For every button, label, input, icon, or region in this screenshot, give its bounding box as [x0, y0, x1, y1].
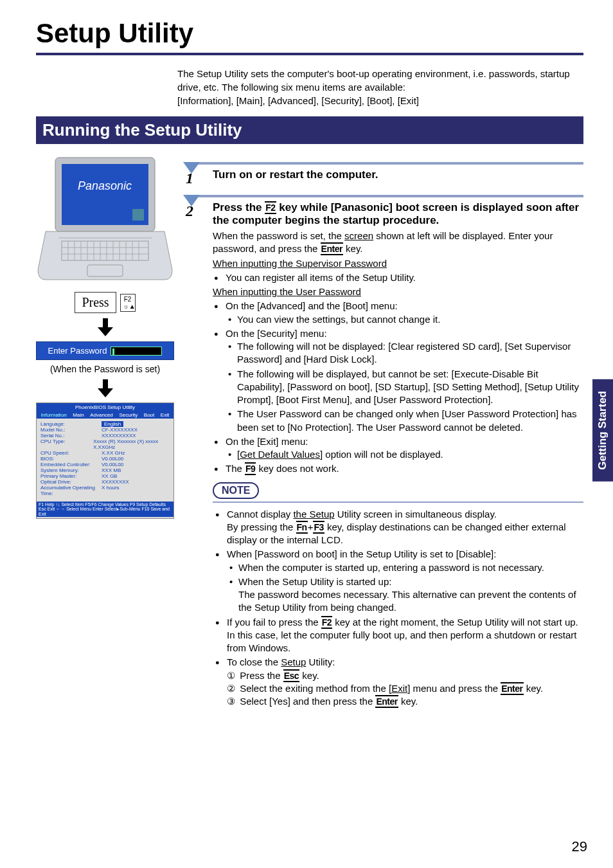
section-header: Running the Setup Utility [36, 116, 583, 144]
text: key. [398, 696, 418, 707]
keycap-f2: F2 [265, 201, 276, 214]
text: ] option will not be displayed. [320, 449, 443, 460]
step-number: 1 [186, 170, 193, 186]
key-top: F2 [123, 296, 132, 303]
bios-row: Accumulative Operating Time:X hours [40, 485, 170, 496]
text: To close the [227, 656, 281, 667]
list-item: When the computer is started up, enterin… [237, 561, 583, 574]
text: key. [343, 243, 363, 254]
body-text: When the password is set, the screen sho… [213, 230, 583, 256]
text: Press the [240, 670, 283, 681]
bios-row: Serial No.:XXXXXXXXXX [40, 433, 170, 439]
page-number: 29 [572, 838, 587, 855]
enter-password-prompt: Enter Password [36, 341, 174, 360]
bios-tab: Exit [161, 412, 169, 418]
list-item: When [Password on boot] in the Setup Uti… [227, 548, 583, 614]
bios-body: Language:EnglishModel No.:CF-XXXXXXXXSer… [37, 419, 173, 499]
text: Select the exiting method from the [240, 683, 389, 694]
bios-row: BIOS:V0.00L00 [40, 456, 170, 462]
bios-row: Optical Drive:XXXXXXXX [40, 479, 170, 485]
link-text: the Setup [293, 509, 334, 520]
user-header: When inputting the User Password [213, 286, 361, 297]
link-text: Get Default Values [240, 449, 320, 460]
step-marker: 1 [186, 168, 204, 186]
text: The password becomes necessary. This alt… [238, 589, 576, 613]
keycap-esc: Esc [283, 669, 299, 682]
list-item: On the [Security] menu: The following wi… [226, 327, 583, 434]
laptop-illustration: Panasonic [36, 154, 174, 283]
list-item: When the Setup Utility is started up:The… [237, 575, 583, 615]
text: On the [Exit] menu: [226, 436, 308, 447]
link-text: [Exit] [389, 683, 410, 694]
text: Select [Yes] and then press the [240, 696, 375, 707]
key-bottom: ☼▲ [123, 303, 132, 310]
list-item: [Get Default Values] option will not be … [236, 448, 583, 461]
steps-column: 1 Turn on or restart the computer. 2 Pre… [186, 154, 583, 714]
step-number: 2 [186, 203, 193, 219]
text: Utility screen in simultaneous display. [335, 509, 497, 520]
intro-line1: The Setup Utility sets the computer's bo… [177, 67, 583, 94]
title-rule [36, 53, 583, 55]
password-caption: (When the Password is set) [36, 364, 174, 374]
keycap-f3: F3 [313, 521, 324, 534]
list-item: The following will not be displayed: [Cl… [236, 340, 583, 366]
text: Cannot display [227, 509, 293, 520]
press-label: Press [75, 292, 116, 313]
link-text: Setup [281, 656, 306, 667]
note-rule [213, 502, 583, 503]
keycap-enter: Enter [501, 682, 523, 695]
list-item: To close the Setup Utility: ① Press the … [227, 656, 583, 708]
enum-icon: ② [227, 682, 237, 695]
text: When [Password on boot] in the Setup Uti… [227, 548, 496, 559]
text: menu and press the [410, 683, 501, 694]
keycap-fn: Fn [296, 521, 308, 534]
list-item: On the [Exit] menu: [Get Default Values]… [226, 435, 583, 462]
keycap-enter: Enter [321, 242, 343, 255]
keycap-f2: F2 [321, 616, 332, 629]
bios-tabs: Information Main Advanced Security Boot … [37, 411, 173, 419]
text: On the [Advanced] and the [Boot] menu: [226, 300, 398, 311]
bios-footer-left: F1 Help ↑↓ Select Item F5/F6 Change Valu… [39, 502, 172, 507]
list-item: The following will be displayed, but can… [236, 368, 583, 407]
bios-footer-right: Esc Exit ←→ Select Menu Enter Select▸Sub… [39, 507, 172, 516]
svg-text:Panasonic: Panasonic [78, 179, 132, 192]
list-item: On the [Advanced] and the [Boot] menu: Y… [226, 300, 583, 326]
text: If you fail to press the [227, 617, 321, 628]
text: Press the [213, 201, 265, 213]
text: key. [524, 683, 544, 694]
enter-password-label: Enter Password [48, 346, 107, 356]
list-item: The F9 key does not work. [226, 462, 583, 475]
step-rule [186, 195, 583, 197]
step-marker: 2 [186, 201, 204, 709]
step-text: Turn on or restart the computer. [213, 168, 583, 186]
text: The [226, 463, 245, 474]
bios-row: CPU Speed:X.XX GHz [40, 450, 170, 456]
press-key-hint: Press F2 ☼▲ [36, 292, 174, 313]
page-title: Setup Utility [36, 18, 583, 49]
step-heading: Press the F2 key while [Panasonic] boot … [213, 201, 583, 227]
bios-tab: Advanced [90, 412, 113, 418]
arrow-down-icon [36, 318, 174, 336]
keycap-enter: Enter [375, 695, 398, 708]
link-text: screen [344, 230, 373, 241]
step-text: Press the F2 key while [Panasonic] boot … [213, 201, 583, 709]
arrow-down-icon [36, 379, 174, 397]
bios-title: PhoenixBIOS Setup Utility [37, 403, 173, 411]
bios-tab: Security [119, 412, 138, 418]
text: On the [Security] menu: [226, 328, 327, 339]
enum-icon: ① [227, 669, 237, 682]
bios-tab: Boot [144, 412, 154, 418]
bios-footer: F1 Help ↑↓ Select Item F5/F6 Change Valu… [37, 502, 173, 517]
step-heading: Turn on or restart the computer. [213, 168, 583, 181]
intro-line2: [Information], [Main], [Advanced], [Secu… [177, 94, 583, 107]
text: key. [299, 670, 319, 681]
intro-text: The Setup Utility sets the computer's bo… [177, 67, 583, 107]
keycap-f9: F9 [245, 462, 256, 475]
list-item: You can view the settings, but cannot ch… [236, 313, 583, 326]
side-tab: Getting Started [592, 379, 613, 482]
step-rule [186, 162, 583, 165]
bios-tab: Main [73, 412, 84, 418]
enum-icon: ③ [227, 695, 237, 708]
list-item: If you fail to press the F2 key at the r… [227, 616, 583, 655]
illustration-column: Panasonic Press F2 [36, 154, 174, 714]
